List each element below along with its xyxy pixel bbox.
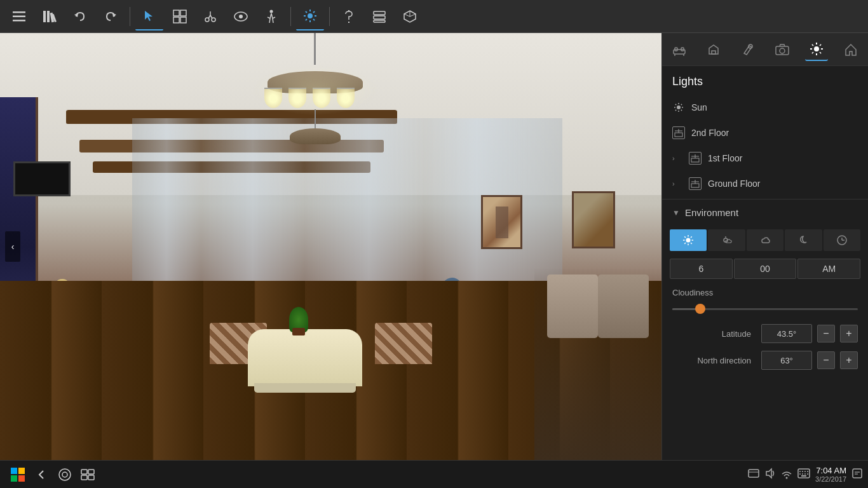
north-increase-btn[interactable]: + — [840, 351, 858, 369]
svg-rect-68 — [691, 184, 699, 187]
select-tool-button[interactable] — [135, 3, 163, 30]
light-item-1st-floor[interactable]: › 1st Floor — [662, 146, 868, 171]
svg-rect-11 — [173, 17, 179, 23]
environment-title: Environment — [685, 207, 738, 218]
3d-view-button[interactable] — [396, 3, 424, 30]
svg-line-78 — [691, 236, 692, 238]
redo-button[interactable] — [97, 3, 125, 30]
expand-arrow-ground: › — [672, 180, 682, 187]
info-button[interactable] — [335, 3, 363, 30]
svg-rect-40 — [712, 51, 715, 54]
panel-camera-btn[interactable] — [771, 38, 794, 61]
panel-paint-btn[interactable] — [736, 38, 759, 61]
north-decrease-btn[interactable]: − — [817, 351, 835, 369]
weather-tab-sunny[interactable] — [670, 229, 707, 251]
svg-line-52 — [812, 52, 813, 53]
time-hour-box[interactable]: 6 — [670, 259, 733, 279]
taskbar-volume-icon[interactable] — [764, 468, 776, 481]
svg-point-20 — [270, 10, 273, 13]
taskbar-task-view-btn[interactable] — [76, 463, 99, 486]
taskbar-network-icon[interactable] — [781, 468, 792, 481]
time-ampm-box[interactable]: AM — [797, 259, 860, 279]
slider-thumb[interactable] — [695, 304, 705, 314]
latitude-row: Latitude − + — [662, 320, 868, 347]
lights-title: Lights — [662, 66, 868, 95]
panel-furniture-btn[interactable] — [668, 38, 691, 61]
svg-rect-2 — [13, 20, 25, 22]
svg-line-61 — [675, 110, 676, 111]
cloudiness-slider[interactable] — [672, 302, 858, 315]
taskbar-clock[interactable]: 7:04 AM 3/22/2017 — [815, 466, 846, 483]
start-button[interactable] — [5, 462, 31, 487]
light-item-sun[interactable]: Sun — [662, 95, 868, 120]
cut-button[interactable] — [196, 3, 224, 30]
svg-line-15 — [208, 15, 210, 18]
svg-rect-4 — [47, 11, 50, 22]
svg-marker-97 — [766, 469, 771, 478]
svg-rect-32 — [374, 11, 385, 15]
north-direction-input[interactable] — [761, 351, 812, 370]
environment-section: ▼ Environment — [662, 199, 868, 374]
svg-rect-62 — [675, 133, 682, 137]
menu-button[interactable] — [5, 3, 33, 30]
svg-point-53 — [677, 105, 681, 109]
time-min-box[interactable]: 00 — [734, 259, 797, 279]
latitude-increase-btn[interactable]: + — [840, 325, 858, 342]
weather-tabs — [662, 226, 868, 255]
latitude-decrease-btn[interactable]: − — [817, 325, 835, 342]
library-button[interactable] — [36, 3, 64, 30]
viewport[interactable]: ‹ — [0, 33, 661, 460]
environment-header[interactable]: ▼ Environment — [662, 200, 868, 226]
svg-rect-9 — [173, 10, 179, 16]
light-item-ground-floor[interactable]: › Ground Floor — [662, 171, 868, 196]
panel-content: Lights Sun 2nd Floor › — [662, 66, 868, 460]
separator-2 — [290, 7, 291, 26]
svg-rect-0 — [13, 11, 25, 13]
svg-line-50 — [820, 52, 821, 53]
undo-button[interactable] — [66, 3, 94, 30]
svg-rect-95 — [749, 470, 759, 477]
panel-build-btn[interactable] — [702, 38, 725, 61]
svg-line-26 — [306, 11, 307, 12]
weather-tab-night[interactable] — [785, 229, 822, 251]
walk-button[interactable] — [257, 3, 285, 30]
svg-rect-92 — [88, 470, 94, 474]
taskbar-keyboard-icon[interactable] — [797, 468, 810, 480]
weather-tab-partly-cloudy[interactable] — [708, 229, 745, 251]
separator-3 — [329, 7, 330, 26]
taskbar-back-btn[interactable] — [31, 463, 53, 486]
svg-rect-33 — [374, 16, 385, 19]
layers-button[interactable] — [365, 3, 393, 30]
svg-line-27 — [313, 19, 315, 20]
taskbar-action-center-icon[interactable] — [851, 468, 863, 481]
sun-label: Sun — [691, 102, 707, 112]
objects-button[interactable] — [166, 3, 194, 30]
expand-arrow-1st: › — [672, 154, 682, 162]
floor-2nd-icon — [672, 126, 685, 139]
svg-rect-10 — [180, 10, 186, 16]
light-item-2nd-floor[interactable]: 2nd Floor — [662, 120, 868, 146]
latitude-input[interactable] — [761, 324, 812, 343]
view-button[interactable] — [227, 3, 255, 30]
svg-point-71 — [686, 238, 691, 243]
svg-point-19 — [239, 15, 243, 18]
weather-tab-custom-time[interactable] — [824, 229, 860, 251]
svg-rect-88 — [18, 475, 25, 482]
panel-toolbar — [662, 33, 868, 66]
svg-line-49 — [812, 44, 813, 45]
lighting-button[interactable] — [296, 3, 324, 30]
panel-home-btn[interactable] — [839, 38, 862, 61]
svg-line-58 — [675, 104, 676, 105]
latitude-label: Latitude — [672, 329, 751, 339]
top-toolbar — [0, 0, 868, 33]
svg-rect-12 — [180, 17, 186, 23]
taskbar-notification-icon[interactable] — [748, 468, 759, 481]
taskbar: 7:04 AM 3/22/2017 — [0, 460, 868, 488]
weather-tab-cloudy[interactable] — [747, 229, 783, 251]
panel-lighting-btn[interactable] — [805, 38, 828, 61]
cloudiness-row: Cloudiness — [662, 283, 868, 320]
north-direction-label: North direction — [672, 356, 751, 365]
nav-arrow-left[interactable]: ‹ — [5, 231, 20, 262]
svg-point-98 — [786, 477, 788, 479]
taskbar-cortana-btn[interactable] — [53, 463, 76, 486]
